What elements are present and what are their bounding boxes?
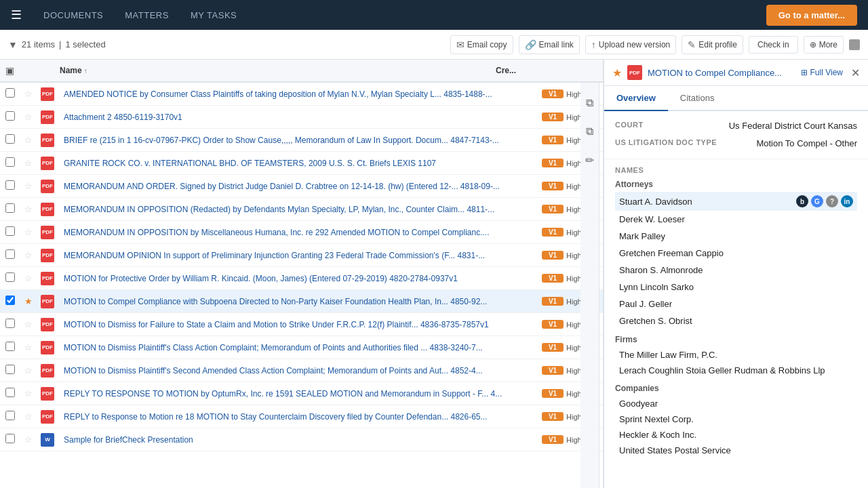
table-row[interactable]: ☆ PDF MEMORANDUM OPINION In support of P… <box>0 244 603 267</box>
row-document-name[interactable]: MOTION to Dismiss Plaintiff's Class Acti… <box>60 343 542 352</box>
col-created-header[interactable]: Cre... <box>496 66 536 75</box>
row-checkbox[interactable] <box>5 365 15 374</box>
col-check-all[interactable]: ▣ <box>5 65 24 76</box>
nav-my-tasks[interactable]: MY TASKS <box>191 10 237 20</box>
row-star-col[interactable]: ☆ <box>24 89 41 99</box>
table-row[interactable]: ☆ PDF AMENDED NOTICE by Consumer Class P… <box>0 83 603 106</box>
row-document-name[interactable]: MOTION to Dismiss for Failure to State a… <box>60 320 542 329</box>
row-checkbox[interactable] <box>5 388 15 397</box>
table-row[interactable]: ☆ PDF REPLY TO RESPONSE TO MOTION by Opt… <box>0 382 603 405</box>
row-checkbox-col[interactable] <box>5 111 24 123</box>
row-star-col[interactable]: ☆ <box>24 319 41 329</box>
row-checkbox-col[interactable] <box>5 249 24 261</box>
attorney-row[interactable]: Gretchen S. Obrist <box>615 312 857 329</box>
row-star-col[interactable]: ☆ <box>24 388 41 399</box>
star-icon[interactable]: ☆ <box>24 365 33 375</box>
star-icon[interactable]: ☆ <box>24 250 33 260</box>
copy-sidebar-icon[interactable]: ⧉ <box>583 94 596 112</box>
table-row[interactable]: ☆ PDF MOTION for Protective Order by Wil… <box>0 267 603 290</box>
row-checkbox-col[interactable] <box>5 434 24 445</box>
hamburger-menu[interactable]: ☰ <box>11 7 22 22</box>
row-checkbox[interactable] <box>5 319 15 328</box>
row-checkbox[interactable] <box>5 180 15 190</box>
col-name-header[interactable]: Name ↑ <box>60 66 496 75</box>
row-checkbox-col[interactable] <box>5 157 24 169</box>
table-row[interactable]: ☆ PDF MOTION to Dismiss for Failure to S… <box>0 313 603 336</box>
row-checkbox-col[interactable] <box>5 319 24 330</box>
action-linkedin-button[interactable]: in <box>841 195 853 207</box>
row-document-name[interactable]: Attachment 2 4850-6119-3170v1 <box>60 113 542 122</box>
row-checkbox-col[interactable] <box>5 342 24 353</box>
row-checkbox[interactable] <box>5 342 15 351</box>
email-link-button[interactable]: 🔗 Email link <box>519 35 580 54</box>
grid-view-icon[interactable] <box>849 39 860 50</box>
check-in-button[interactable]: Check in <box>749 36 798 54</box>
pencil-sidebar-icon[interactable]: ✏ <box>583 151 597 169</box>
upload-button[interactable]: ↑ Upload new version <box>585 35 676 54</box>
table-row[interactable]: ☆ PDF Attachment 2 4850-6119-3170v1 V1 H… <box>0 106 603 129</box>
row-checkbox[interactable] <box>5 226 15 236</box>
star-icon[interactable]: ☆ <box>24 112 33 122</box>
star-icon[interactable]: ☆ <box>24 227 33 237</box>
filter-icon[interactable]: ▼ <box>8 39 18 50</box>
row-document-name[interactable]: MEMORANDUM IN OPPOSITION (Redacted) by D… <box>60 205 542 214</box>
row-checkbox[interactable] <box>5 296 15 305</box>
row-checkbox-col[interactable] <box>5 296 24 307</box>
row-checkbox[interactable] <box>5 157 15 167</box>
row-document-name[interactable]: GRANITE ROCK CO. v. INTERNATIONAL BHD. O… <box>60 159 542 168</box>
star-icon[interactable]: ☆ <box>24 388 33 399</box>
star-icon[interactable]: ☆ <box>24 89 33 99</box>
row-star-col[interactable]: ☆ <box>24 204 41 214</box>
attorney-row[interactable]: Derek W. Loeser <box>615 211 857 228</box>
table-row[interactable]: ☆ PDF MEMORANDUM AND ORDER. Signed by Di… <box>0 175 603 198</box>
row-document-name[interactable]: MEMORANDUM AND ORDER. Signed by District… <box>60 182 542 191</box>
action-b-button[interactable]: b <box>796 195 808 207</box>
row-checkbox[interactable] <box>5 134 15 144</box>
row-document-name[interactable]: Sample for BriefCheck Presentation <box>60 435 542 445</box>
row-checkbox-col[interactable] <box>5 388 24 399</box>
table-row[interactable]: ☆ PDF BRIEF re (215 in 1 16-cv-07967-PKC… <box>0 129 603 152</box>
panel-star-icon[interactable]: ★ <box>612 66 622 79</box>
table-row[interactable]: ☆ PDF MEMORANDUM IN OPPOSITION (Redacted… <box>0 198 603 221</box>
attorney-row[interactable]: Sharon S. Almonrode <box>615 262 857 279</box>
nav-documents[interactable]: DOCUMENTS <box>43 10 103 20</box>
full-view-button[interactable]: ⊞ Full View <box>801 68 843 77</box>
row-star-col[interactable]: ☆ <box>24 342 41 352</box>
table-row[interactable]: ☆ PDF REPLY to Response to Motion re 18 … <box>0 405 603 428</box>
row-star-col[interactable]: ☆ <box>24 227 41 237</box>
star-icon[interactable]: ☆ <box>24 158 33 168</box>
row-star-col[interactable]: ☆ <box>24 434 41 445</box>
row-checkbox[interactable] <box>5 411 15 420</box>
star-icon[interactable]: ☆ <box>24 135 33 145</box>
table-row[interactable]: ★ PDF MOTION to Compel Compliance with S… <box>0 290 603 313</box>
tab-citations[interactable]: Citations <box>668 86 727 111</box>
row-star-col[interactable]: ☆ <box>24 365 41 375</box>
row-star-col[interactable]: ☆ <box>24 250 41 260</box>
star-icon[interactable]: ☆ <box>24 319 33 329</box>
row-document-name[interactable]: MOTION to Dismiss Plaintiff's Second Ame… <box>60 366 542 375</box>
row-checkbox-col[interactable] <box>5 203 24 215</box>
row-star-col[interactable]: ☆ <box>24 112 41 122</box>
more-button[interactable]: ⊕ More <box>804 36 844 54</box>
row-document-name[interactable]: REPLY TO RESPONSE TO MOTION by OptumRx, … <box>60 389 542 399</box>
row-document-name[interactable]: REPLY to Response to Motion re 18 MOTION… <box>60 412 542 422</box>
row-star-col[interactable]: ★ <box>24 296 41 306</box>
star-icon[interactable]: ☆ <box>24 181 33 191</box>
row-checkbox-col[interactable] <box>5 226 24 238</box>
row-checkbox-col[interactable] <box>5 411 24 422</box>
row-checkbox[interactable] <box>5 111 15 121</box>
table-row[interactable]: ☆ PDF MEMORANDUM IN OPPOSITION by Miscel… <box>0 221 603 244</box>
star-icon[interactable]: ★ <box>24 296 33 306</box>
table-row[interactable]: ☆ PDF MOTION to Dismiss Plaintiff's Clas… <box>0 336 603 359</box>
row-star-col[interactable]: ☆ <box>24 273 41 283</box>
tab-overview[interactable]: Overview <box>604 86 668 111</box>
row-checkbox[interactable] <box>5 272 15 282</box>
star-icon[interactable]: ☆ <box>24 273 33 283</box>
row-checkbox[interactable] <box>5 88 15 98</box>
row-star-col[interactable]: ☆ <box>24 411 41 422</box>
row-checkbox[interactable] <box>5 203 15 213</box>
action-g-button[interactable]: G <box>811 195 823 207</box>
row-checkbox-col[interactable] <box>5 272 24 284</box>
edit-profile-button[interactable]: ✎ Edit profile <box>682 35 743 54</box>
attorney-row[interactable]: Gretchen Freeman Cappio <box>615 245 857 262</box>
